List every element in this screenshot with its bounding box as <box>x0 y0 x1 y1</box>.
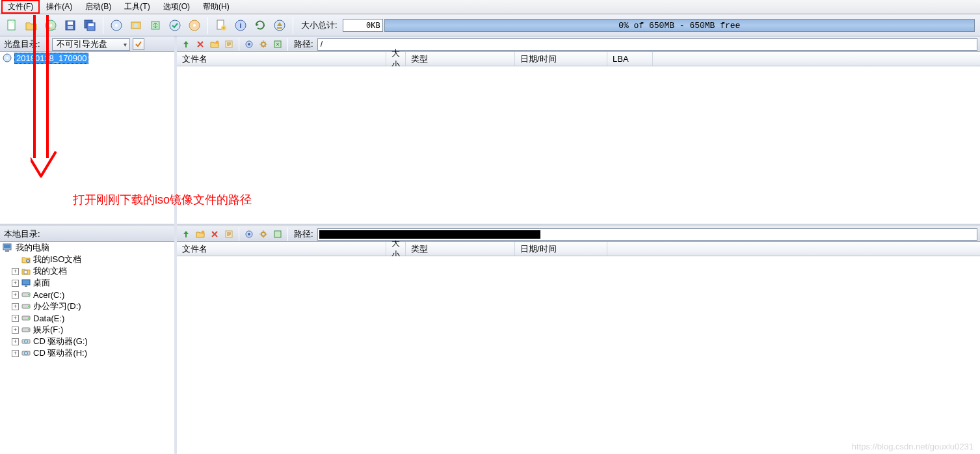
tree-item-label: CD 驱动器(G:) <box>33 336 88 347</box>
delete2-button[interactable] <box>208 228 221 241</box>
disc-file-list[interactable] <box>177 66 980 224</box>
local-directory-header: 本地目录: <box>0 226 174 242</box>
menu-file[interactable]: 文件(F) <box>1 0 40 14</box>
drive-icon <box>21 314 31 323</box>
col-filename[interactable]: 文件名 <box>177 52 386 66</box>
view-button[interactable] <box>243 38 256 51</box>
svg-rect-54 <box>274 231 281 237</box>
tree-item-label: 我的文档 <box>33 265 67 277</box>
local-tree-item[interactable]: +Data(E:) <box>0 312 174 324</box>
disc-directory-pane: 光盘目录: 不可引导光盘 20180118_170900 <box>0 36 174 224</box>
up-button[interactable] <box>179 38 192 51</box>
disc-tree-root[interactable]: 20180118_170900 <box>0 52 174 64</box>
local-tree-item[interactable]: +我的文档 <box>0 265 174 277</box>
expand-icon[interactable]: + <box>12 315 19 322</box>
svg-point-23 <box>7 57 8 59</box>
refresh-button[interactable] <box>251 16 269 34</box>
svg-rect-25 <box>4 245 10 248</box>
open-button[interactable] <box>22 16 40 34</box>
menu-options[interactable]: 选项(O) <box>157 0 196 14</box>
bootable-dropdown[interactable]: 不可引导光盘 <box>52 38 130 51</box>
local-tree-item[interactable]: 我的ISO文档 <box>0 254 174 265</box>
disc-directory-header: 光盘目录: 不可引导光盘 <box>0 36 174 52</box>
disc-path-input[interactable] <box>317 38 977 51</box>
svg-rect-30 <box>25 286 27 287</box>
local-tree-item[interactable]: +CD 驱动器(G:) <box>0 336 174 347</box>
svg-point-12 <box>134 23 138 27</box>
tree-item-label: 桌面 <box>33 277 50 289</box>
mount-button[interactable] <box>127 16 145 34</box>
open-cd-button[interactable] <box>42 16 60 34</box>
refresh3-button[interactable] <box>271 228 284 241</box>
disc-tree[interactable]: 20180118_170900 <box>0 52 174 224</box>
local-tree-item[interactable]: +CD 驱动器(H:) <box>0 347 174 359</box>
new-folder2-button[interactable] <box>194 228 207 241</box>
left-column: 光盘目录: 不可引导光盘 20180118_170900 本地目录: <box>0 36 177 454</box>
col-size[interactable]: 大小 <box>386 52 406 66</box>
menu-help[interactable]: 帮助(H) <box>196 0 236 14</box>
local-tree[interactable]: 我的电脑 我的ISO文档+我的文档+桌面+Acer(C:)+办公学习(D:)+D… <box>0 242 174 454</box>
svg-point-52 <box>248 233 250 235</box>
expand-icon[interactable]: + <box>12 350 19 357</box>
expand-icon[interactable]: + <box>12 303 19 310</box>
tree-item-label: 我的ISO文档 <box>33 254 81 265</box>
add-button[interactable] <box>212 16 230 34</box>
svg-point-43 <box>216 41 219 44</box>
local-file-list[interactable] <box>177 256 980 454</box>
col2-type[interactable]: 类型 <box>406 242 515 256</box>
col2-filename[interactable]: 文件名 <box>177 242 386 256</box>
settings-button[interactable] <box>257 38 270 51</box>
disc-path-label: 路径: <box>294 38 313 50</box>
burn-button[interactable] <box>107 16 126 34</box>
size-total-input[interactable] <box>343 19 383 32</box>
save-button[interactable] <box>61 16 79 34</box>
bootable-check-button[interactable] <box>133 38 144 50</box>
expand-icon[interactable]: + <box>12 291 19 299</box>
col-lba[interactable]: LBA <box>607 52 653 66</box>
expand-icon[interactable]: + <box>12 268 19 275</box>
col-type[interactable]: 类型 <box>406 52 515 66</box>
local-tree-item[interactable]: +桌面 <box>0 277 174 289</box>
svg-point-47 <box>261 42 265 46</box>
local-tree-item[interactable]: +娱乐(F:) <box>0 324 174 336</box>
menu-action[interactable]: 操作(A) <box>40 0 79 14</box>
local-tree-item[interactable]: +Acer(C:) <box>0 289 174 300</box>
local-file-columns: 文件名 大小 类型 日期/时间 <box>177 242 980 256</box>
eject-button[interactable] <box>271 16 289 34</box>
menu-tools[interactable]: 工具(T) <box>118 0 156 14</box>
properties-button[interactable] <box>222 38 235 51</box>
disc-button[interactable] <box>185 16 204 34</box>
compress-button[interactable] <box>146 16 165 34</box>
info-button[interactable]: i <box>232 16 250 34</box>
svg-point-38 <box>28 329 29 330</box>
refresh2-button[interactable] <box>271 38 284 51</box>
new-button[interactable] <box>3 16 21 34</box>
expand-icon[interactable]: + <box>12 280 19 287</box>
delete-button[interactable] <box>194 38 207 51</box>
expand-icon[interactable]: + <box>12 338 19 345</box>
svg-point-10 <box>115 24 118 27</box>
settings2-button[interactable] <box>257 228 270 241</box>
save-as-button[interactable] <box>81 16 99 34</box>
svg-point-40 <box>25 340 28 343</box>
col2-size[interactable]: 大小 <box>386 242 406 256</box>
local-tree-item[interactable]: +办公学习(D:) <box>0 300 174 312</box>
disc-file-pane: 路径: 文件名 大小 类型 日期/时间 LBA <box>177 36 980 224</box>
col-date[interactable]: 日期/时间 <box>515 52 607 66</box>
capacity-progress-text: 0% of 650MB - 650MB free <box>618 20 740 30</box>
local-path-input[interactable] <box>317 228 977 241</box>
properties2-button[interactable] <box>222 228 235 241</box>
svg-point-2 <box>49 24 52 27</box>
checksum-button[interactable] <box>166 16 184 34</box>
local-tree-root[interactable]: 我的电脑 <box>0 242 174 254</box>
tree-item-label: Data(E:) <box>33 314 64 323</box>
up2-button[interactable] <box>179 228 192 241</box>
col2-date[interactable]: 日期/时间 <box>515 242 607 256</box>
expand-icon[interactable]: + <box>12 327 19 334</box>
watermark: https://blog.csdn.net/gouxlu0231 <box>852 442 973 451</box>
svg-text:i: i <box>239 21 241 29</box>
view2-button[interactable] <box>243 228 256 241</box>
menu-boot[interactable]: 启动(B) <box>79 0 118 14</box>
svg-rect-29 <box>22 280 30 285</box>
new-folder-button[interactable] <box>208 38 221 51</box>
